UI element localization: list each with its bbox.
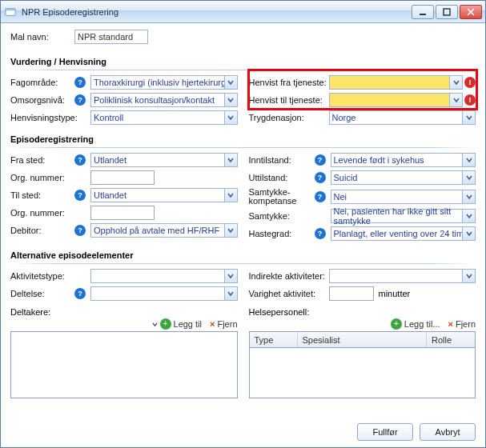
deltelse-label: Deltelse: (10, 289, 74, 298)
varighet-unit: minutter (379, 289, 411, 298)
indirekte-label: Indirekte aktiviteter: (249, 271, 329, 281)
col-rolle: Rolle (427, 332, 475, 347)
close-button[interactable] (460, 5, 482, 19)
chevron-down-icon (449, 94, 462, 106)
indirekte-select[interactable] (329, 269, 476, 283)
maximize-button[interactable] (436, 5, 458, 19)
malnavn-label: Mal navn: (10, 32, 74, 42)
malnavn-row: Mal navn: NPR standard (10, 30, 476, 44)
debitor-select[interactable]: Opphold på avtale med HF/RHF (90, 223, 238, 238)
help-icon[interactable]: ? (74, 94, 86, 106)
app-icon (4, 6, 17, 18)
error-icon: ! (464, 94, 476, 106)
chevron-down-icon (462, 227, 475, 240)
help-icon[interactable]: ? (315, 191, 326, 202)
help-icon[interactable]: ? (74, 77, 86, 88)
malnavn-input[interactable]: NPR standard (74, 30, 148, 44)
debitor-label: Debitor: (10, 226, 74, 235)
uttilstand-select[interactable]: Suicid (331, 170, 476, 185)
help-icon[interactable]: ? (74, 288, 86, 299)
henvist-til-label: Henvist til tjeneste: (249, 95, 329, 105)
helsepersonell-label: Helsepersonell: (249, 307, 476, 317)
x-icon: × (448, 319, 453, 329)
omsorgsniva-label: Omsorgsnivå: (10, 95, 74, 105)
chevron-down-icon (224, 224, 237, 237)
deltakere-list[interactable] (10, 331, 238, 398)
deltakere-label: Deltakere: (10, 307, 238, 317)
fagomrade-select[interactable]: Thoraxkirurgi (inklusiv hjertekirurgi) (90, 75, 238, 90)
orgnr1-input[interactable] (90, 170, 155, 185)
henvisningstype-label: Henvisningstype: (10, 113, 74, 122)
titlebar: NPR Episoderegistrering (1, 1, 485, 23)
section-episode-title: Episoderegistrering (10, 134, 476, 144)
svg-rect-2 (420, 14, 426, 15)
henvist-fra-select[interactable] (329, 75, 464, 90)
plus-icon: + (391, 318, 402, 330)
inntilstand-select[interactable]: Levende født i sykehus (331, 153, 476, 167)
henvist-til-select[interactable] (329, 93, 464, 107)
chevron-down-icon (462, 190, 475, 203)
plus-icon: + (160, 318, 171, 330)
divider (10, 263, 476, 264)
deltelse-select[interactable] (90, 286, 238, 301)
helse-grid[interactable] (249, 347, 476, 398)
chevron-down-icon (462, 171, 475, 184)
henvisningstype-select[interactable]: Kontroll (90, 110, 238, 125)
aktivitetstype-label: Aktivitetstype: (10, 271, 74, 281)
inntilstand-label: Inntilstand: (249, 155, 315, 165)
deltakere-remove-button[interactable]: ×Fjern (210, 319, 238, 329)
dialog-body: Mal navn: NPR standard Vurdering / Henvi… (1, 23, 485, 447)
help-icon[interactable]: ? (315, 154, 326, 166)
orgnr1-label: Org. nummer: (10, 173, 74, 182)
cancel-button[interactable]: Avbryt (420, 423, 476, 441)
hastegrad-select[interactable]: Planlagt, eller venting over 24 timer (331, 226, 476, 241)
ok-button[interactable]: Fullfør (357, 423, 413, 441)
samtykkekomp-select[interactable]: Nei (331, 190, 476, 204)
helse-remove-button[interactable]: ×Fjern (448, 319, 476, 329)
help-icon[interactable]: ? (315, 228, 326, 239)
chevron-down-icon (224, 287, 237, 300)
omsorgsniva-select[interactable]: Poliklinisk konsultasjon/kontakt (90, 93, 238, 107)
chevron-down-icon (224, 76, 237, 89)
trygdenasjon-select[interactable]: Norge (329, 110, 476, 125)
helse-add-button[interactable]: +Legg til... (391, 318, 440, 330)
aktivitetstype-select[interactable] (90, 269, 238, 283)
varighet-input[interactable] (329, 286, 374, 301)
fra-sted-select[interactable]: Utlandet (90, 153, 238, 167)
chevron-down-icon (224, 270, 237, 282)
error-icon: ! (464, 77, 476, 88)
helse-grid-header: Type Spesialist Rolle (249, 331, 476, 347)
svg-rect-1 (6, 8, 15, 10)
samtykkekomp-label: Samtykke-kompetanse (249, 188, 315, 206)
help-icon[interactable]: ? (74, 225, 86, 236)
help-icon[interactable]: ? (74, 190, 86, 201)
chevron-down-icon (224, 154, 237, 166)
trygdenasjon-label: Trygdenasjon: (249, 113, 329, 122)
minimize-button[interactable] (412, 5, 434, 19)
hastegrad-label: Hastegrad: (249, 229, 315, 238)
help-icon[interactable]: ? (315, 172, 326, 183)
til-sted-label: Til sted: (10, 190, 74, 200)
chevron-down-icon (462, 154, 475, 166)
window-title: NPR Episoderegistrering (22, 7, 412, 17)
x-icon: × (210, 319, 215, 329)
section-alt-title: Alternative episodeelementer (10, 250, 476, 260)
fagomrade-label: Fagområde: (10, 78, 74, 87)
divider (10, 147, 476, 148)
chevron-down-icon (449, 76, 462, 89)
col-type: Type (250, 332, 298, 347)
fra-sted-label: Fra sted: (10, 155, 74, 165)
chevron-down-icon (224, 111, 237, 124)
varighet-label: Varighet aktivitet: (249, 289, 329, 298)
chevron-down-icon (224, 94, 237, 106)
help-icon[interactable]: ? (74, 154, 86, 166)
orgnr2-input[interactable] (90, 206, 155, 220)
uttilstand-label: Uttilstand: (249, 173, 315, 182)
dialog-window: NPR Episoderegistrering Mal navn: NPR st… (0, 0, 486, 448)
deltakere-add-button[interactable]: +Legg til (151, 318, 202, 330)
samtykke-select[interactable]: Nei, pasienten har ikke gitt sitt samtyk… (331, 209, 476, 223)
til-sted-select[interactable]: Utlandet (90, 188, 238, 202)
chevron-down-icon (462, 270, 475, 282)
chevron-down-icon (224, 189, 237, 202)
col-spesialist: Spesialist (298, 332, 428, 347)
